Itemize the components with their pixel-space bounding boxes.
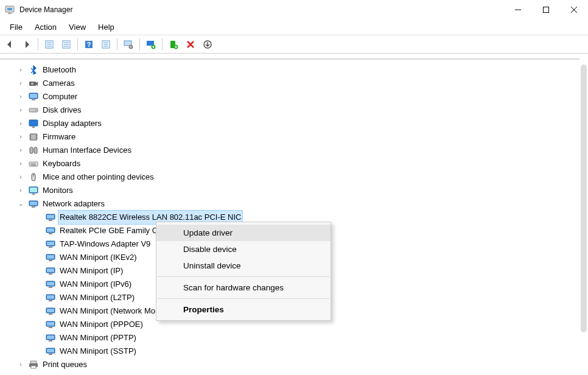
tree-item-label: Monitors: [43, 184, 73, 197]
disk-icon: [28, 105, 39, 116]
tree-category[interactable]: ›Cameras: [0, 77, 579, 90]
toolbar-separator: [38, 38, 38, 51]
vertical-scrollbar[interactable]: [581, 65, 587, 332]
keyboard-icon: [28, 158, 39, 169]
tree-item-label: TAP-Windows Adapter V9: [60, 237, 150, 251]
nic-icon: [45, 292, 56, 303]
scan-hardware-toolbar-button[interactable]: [199, 37, 216, 52]
tree-category[interactable]: ›Display adapters: [0, 117, 579, 130]
tree-item-label: Print queues: [43, 358, 87, 371]
context-menu-item[interactable]: Disable device: [156, 241, 331, 258]
tree-category[interactable]: ›Print queues: [0, 358, 579, 371]
show-hidden-button[interactable]: [41, 37, 58, 52]
tree-item-label: Mice and other pointing devices: [43, 170, 154, 184]
help-button[interactable]: [80, 37, 97, 52]
menubar: File Action View Help: [0, 19, 588, 35]
camera-icon: [28, 78, 39, 89]
tree-item-label: Human Interface Devices: [43, 144, 131, 157]
context-menu-item[interactable]: Properties: [156, 301, 331, 318]
chevron-down-icon[interactable]: ⌄: [17, 200, 24, 208]
tree-item-label: WAN Miniport (PPPOE): [60, 318, 143, 331]
bluetooth-icon: [28, 65, 39, 75]
properties-toolbar-button[interactable]: [97, 37, 114, 52]
nic-icon: [45, 252, 56, 263]
update-driver-toolbar-button[interactable]: [120, 37, 137, 52]
tree-category[interactable]: ›Computer: [0, 90, 579, 103]
nic-icon: [45, 212, 56, 223]
context-menu-item[interactable]: Uninstall device: [156, 258, 331, 274]
add-legacy-toolbar-button[interactable]: [165, 37, 182, 52]
network-icon: [28, 198, 39, 209]
nic-icon: [45, 332, 56, 343]
chevron-right-icon[interactable]: ›: [17, 107, 24, 114]
svg-rect-56: [544, 7, 549, 13]
chevron-right-icon[interactable]: ›: [17, 66, 24, 74]
menu-file[interactable]: File: [4, 21, 29, 33]
chevron-right-icon[interactable]: ›: [17, 93, 24, 100]
app-icon: [5, 5, 15, 15]
maximize-button[interactable]: [532, 0, 560, 19]
tree-category[interactable]: ›Firmware: [0, 130, 579, 144]
tree-item-label: Display adapters: [43, 117, 102, 130]
tree-category[interactable]: ›Bluetooth: [0, 63, 579, 77]
tree-item-label: Cameras: [43, 77, 75, 90]
back-button[interactable]: [1, 37, 18, 52]
toolbar-separator: [162, 38, 163, 51]
details-button[interactable]: [58, 37, 75, 52]
tree-category[interactable]: ›Monitors: [0, 184, 579, 197]
tree-item-label: WAN Miniport (PPTP): [60, 331, 136, 345]
window-controls: [504, 0, 588, 19]
tree-item-label: Bluetooth: [43, 63, 76, 77]
menu-help[interactable]: Help: [92, 21, 121, 33]
toolbar-separator: [139, 38, 140, 51]
context-menu-separator: [158, 276, 329, 277]
tree-category[interactable]: ›Mice and other pointing devices: [0, 170, 579, 184]
enable-device-toolbar-button[interactable]: [142, 37, 159, 52]
nic-icon: [45, 279, 56, 290]
context-menu-item[interactable]: Update driver: [156, 225, 331, 241]
titlebar: Device Manager: [0, 0, 588, 19]
mouse-icon: [28, 172, 39, 183]
tree-item-label: WAN Miniport (L2TP): [60, 291, 135, 304]
tree-category[interactable]: ›Disk drives: [0, 103, 579, 117]
forward-button[interactable]: [18, 37, 35, 52]
toolbar: [0, 35, 588, 54]
tree-category[interactable]: ⌄Network adapters: [0, 197, 579, 211]
nic-icon: [45, 346, 56, 357]
chevron-right-icon[interactable]: ›: [17, 173, 24, 181]
chevron-right-icon[interactable]: ›: [17, 160, 24, 167]
menu-action[interactable]: Action: [29, 21, 63, 33]
nic-icon: [45, 225, 56, 236]
tree-category[interactable]: ›Keyboards: [0, 157, 579, 170]
chevron-right-icon[interactable]: ›: [17, 361, 24, 368]
nic-icon: [45, 265, 56, 276]
monitor-icon: [28, 185, 39, 196]
chevron-right-icon[interactable]: ›: [17, 120, 24, 127]
tree-item-label: Disk drives: [43, 103, 82, 117]
nic-icon: [45, 306, 56, 317]
uninstall-toolbar-button[interactable]: [182, 37, 199, 52]
context-menu-item[interactable]: Scan for hardware changes: [156, 279, 331, 296]
computer-icon: [28, 91, 39, 102]
firmware-icon: [28, 131, 39, 142]
display-icon: [28, 118, 39, 129]
printer-icon: [28, 359, 39, 370]
tree-device[interactable]: WAN Miniport (PPTP): [0, 331, 579, 345]
device-tree[interactable]: ›Bluetooth›Cameras›Computer›Disk drives›…: [0, 58, 579, 375]
close-button[interactable]: [560, 0, 588, 19]
chevron-right-icon[interactable]: ›: [17, 147, 24, 154]
chevron-right-icon[interactable]: ›: [17, 187, 24, 194]
tree-category[interactable]: ›Human Interface Devices: [0, 144, 579, 157]
tree-item-label: Firmware: [43, 130, 75, 144]
menu-view[interactable]: View: [63, 21, 92, 33]
chevron-right-icon[interactable]: ›: [17, 133, 24, 141]
context-menu-separator: [158, 298, 329, 299]
nic-icon: [45, 239, 56, 250]
nic-icon: [45, 319, 56, 330]
tree-item-label: Keyboards: [43, 157, 80, 170]
tree-item-label: Network adapters: [43, 197, 105, 211]
minimize-button[interactable]: [504, 0, 532, 19]
tree-item-label: WAN Miniport (IKEv2): [60, 251, 137, 264]
chevron-right-icon[interactable]: ›: [17, 80, 24, 87]
tree-device[interactable]: WAN Miniport (SSTP): [0, 345, 579, 358]
